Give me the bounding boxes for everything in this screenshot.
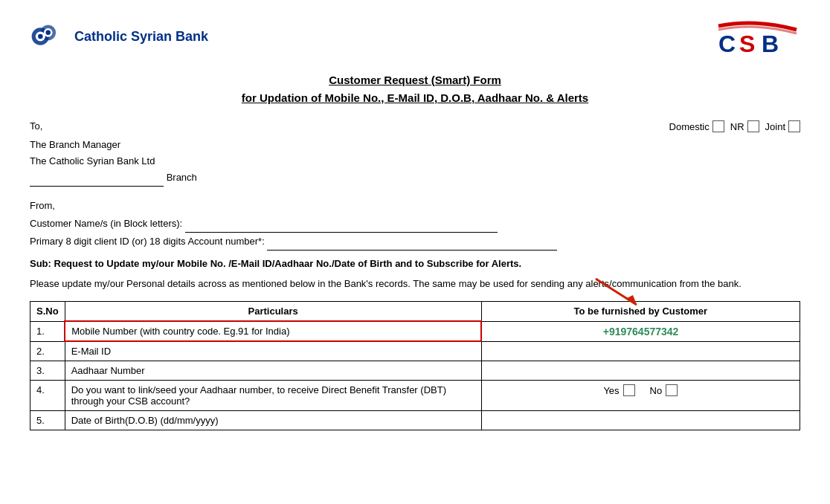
bank-name-left: Catholic Syrian Bank <box>74 29 208 45</box>
particulars-table-wrapper: S.No Particulars To be furnished by Cust… <box>30 301 800 430</box>
form-title-line1: Customer Request (Smart) Form <box>329 74 501 86</box>
from-block: From, Customer Name/s (in Block letters)… <box>30 197 800 251</box>
sno-header: S.No <box>30 302 65 322</box>
no-label: No <box>650 385 663 396</box>
account-number-line: Primary 8 digit client ID (or) 18 digits… <box>30 233 800 251</box>
no-checkbox-item: No <box>650 384 678 396</box>
row-furnished[interactable]: YesNo <box>481 381 800 411</box>
svg-text:S: S <box>739 30 755 56</box>
row-particular: Do you want to link/seed your Aadhaar nu… <box>65 381 481 411</box>
joint-checkbox-item: Joint <box>765 120 800 132</box>
joint-checkbox[interactable] <box>788 120 800 132</box>
page-header: Catholic Syrian Bank C S B <box>30 15 800 58</box>
nr-label: NR <box>730 121 744 132</box>
row-sno: 3. <box>30 361 65 381</box>
row-furnished[interactable] <box>481 361 800 381</box>
customer-name-line: Customer Name/s (in Block letters): <box>30 215 800 233</box>
row-furnished[interactable] <box>481 341 800 361</box>
csb-logo-icon <box>30 17 68 56</box>
nr-checkbox[interactable] <box>747 120 759 132</box>
table-row: 2.E-Mail ID <box>30 341 800 361</box>
domestic-checkbox-item: Domestic <box>669 120 724 132</box>
bank-name-address: The Catholic Syrian Bank Ltd <box>30 153 800 169</box>
yes-checkbox[interactable] <box>623 384 635 396</box>
branch-manager-line: The Branch Manager <box>30 137 800 153</box>
to-section: To, Domestic NR Joint <box>30 120 800 132</box>
to-label: To, <box>30 120 42 132</box>
customer-name-field[interactable] <box>185 215 498 233</box>
row-furnished[interactable] <box>481 411 800 430</box>
yes-no-group: YesNo <box>488 384 794 396</box>
form-title-line2: for Updation of Mobile No., E-Mail ID, D… <box>242 91 588 104</box>
branch-label: Branch <box>167 172 197 183</box>
row-sno: 2. <box>30 341 65 361</box>
branch-underline <box>30 169 164 187</box>
subject-line: Sub: Request to Update my/our Mobile No.… <box>30 258 800 269</box>
domestic-checkbox[interactable] <box>712 120 724 132</box>
branch-line: Branch <box>30 169 800 187</box>
svg-point-5 <box>45 30 50 36</box>
row-particular: Mobile Number (with country code. Eg.91 … <box>65 321 481 341</box>
row-furnished[interactable]: +919764577342 <box>481 321 800 341</box>
particulars-table: S.No Particulars To be furnished by Cust… <box>30 301 800 430</box>
row-particular: E-Mail ID <box>65 341 481 361</box>
domestic-label: Domestic <box>669 121 710 132</box>
account-type-checkboxes: Domestic NR Joint <box>669 120 800 132</box>
table-row: 5.Date of Birth(D.O.B) (dd/mm/yyyy) <box>30 411 800 430</box>
particulars-header: Particulars <box>65 302 481 322</box>
account-number-field[interactable] <box>267 233 557 251</box>
table-row: 4.Do you want to link/seed your Aadhaar … <box>30 381 800 411</box>
no-checkbox[interactable] <box>666 384 678 396</box>
csb-right-logo-icon: C S B <box>711 15 800 56</box>
table-row: 1.Mobile Number (with country code. Eg.9… <box>30 321 800 341</box>
right-logo: C S B <box>711 15 800 58</box>
yes-checkbox-item: Yes <box>603 384 634 396</box>
form-title-block: Customer Request (Smart) Form for Updati… <box>30 71 800 107</box>
row-particular: Aadhaar Number <box>65 361 481 381</box>
row-particular: Date of Birth(D.O.B) (dd/mm/yyyy) <box>65 411 481 430</box>
joint-label: Joint <box>765 121 785 132</box>
svg-point-4 <box>38 34 43 39</box>
red-arrow-icon <box>581 275 655 312</box>
left-logo: Catholic Syrian Bank <box>30 17 208 56</box>
from-label: From, <box>30 197 800 214</box>
table-header-row: S.No Particulars To be furnished by Cust… <box>30 302 800 322</box>
table-row: 3.Aadhaar Number <box>30 361 800 381</box>
phone-number-value: +919764577342 <box>603 326 679 337</box>
svg-text:B: B <box>762 30 779 56</box>
svg-text:C: C <box>718 30 736 56</box>
yes-label: Yes <box>603 385 619 396</box>
nr-checkbox-item: NR <box>730 120 759 132</box>
row-sno: 5. <box>30 411 65 430</box>
row-sno: 1. <box>30 321 65 341</box>
row-sno: 4. <box>30 381 65 411</box>
description-text: Please update my/our Personal details ac… <box>30 277 800 292</box>
address-block: The Branch Manager The Catholic Syrian B… <box>30 137 800 187</box>
